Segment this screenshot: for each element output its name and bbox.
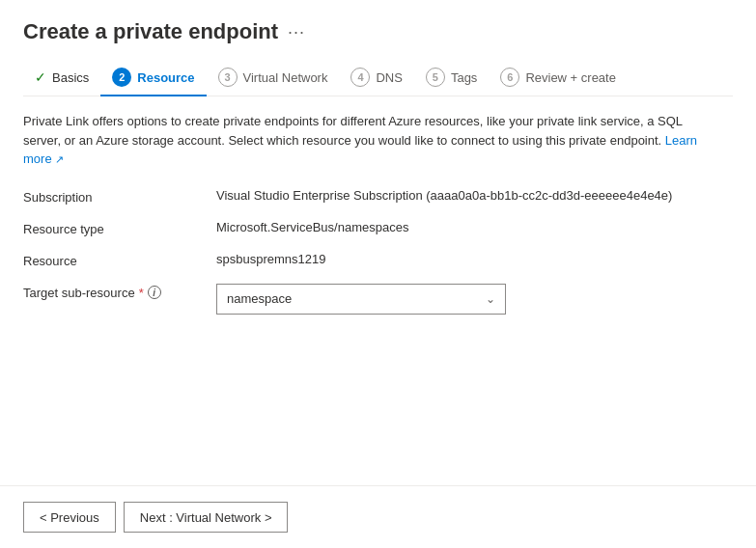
resource-type-label: Resource type <box>23 220 216 236</box>
next-button[interactable]: Next : Virtual Network > <box>124 502 289 533</box>
page-header: Create a private endpoint ··· <box>23 19 733 44</box>
resource-type-row: Resource type Microsoft.ServiceBus/names… <box>23 212 733 244</box>
tab-resource-label: Resource <box>137 70 194 85</box>
tab-virtual-network-step: 3 <box>218 68 238 87</box>
main-content: Private Link offers options to create pr… <box>23 112 733 548</box>
check-icon: ✓ <box>35 69 46 85</box>
tab-tags-label: Tags <box>451 70 477 85</box>
resource-label: Resource <box>23 252 216 268</box>
page-title: Create a private endpoint <box>23 19 278 44</box>
tab-basics[interactable]: ✓ Basics <box>23 62 100 95</box>
target-sub-resource-dropdown[interactable]: namespace ⌄ <box>216 284 506 315</box>
page-container: Create a private endpoint ··· ✓ Basics 2… <box>0 0 756 548</box>
resource-value: spsbuspremns1219 <box>216 252 733 266</box>
required-indicator: * <box>139 286 144 300</box>
previous-button[interactable]: < Previous <box>23 502 116 533</box>
description-text: Private Link offers options to create pr… <box>23 112 718 169</box>
target-sub-resource-dropdown-wrapper: namespace ⌄ <box>216 284 733 315</box>
tab-dns[interactable]: 4 DNS <box>339 60 413 96</box>
wizard-tabs: ✓ Basics 2 Resource 3 Virtual Network 4 … <box>23 60 733 96</box>
tab-basics-label: Basics <box>52 70 89 85</box>
tab-virtual-network-label: Virtual Network <box>243 70 328 85</box>
tab-tags[interactable]: 5 Tags <box>414 60 489 96</box>
subscription-row: Subscription Visual Studio Enterprise Su… <box>23 180 733 212</box>
info-icon[interactable]: i <box>148 286 161 299</box>
tab-dns-label: DNS <box>376 70 402 85</box>
footer: < Previous Next : Virtual Network > <box>0 485 756 548</box>
resource-row: Resource spsbuspremns1219 <box>23 244 733 276</box>
tab-resource[interactable]: 2 Resource <box>100 60 206 96</box>
tab-tags-step: 5 <box>426 68 445 87</box>
tab-review[interactable]: 6 Review + create <box>489 60 628 96</box>
chevron-down-icon: ⌄ <box>486 292 495 306</box>
subscription-label: Subscription <box>23 188 216 205</box>
more-options-icon[interactable]: ··· <box>288 22 305 42</box>
resource-type-value: Microsoft.ServiceBus/namespaces <box>216 220 733 234</box>
tab-review-label: Review + create <box>525 70 616 85</box>
tab-resource-step: 2 <box>112 68 131 87</box>
tab-review-step: 6 <box>500 68 519 87</box>
dropdown-selected-value: namespace <box>227 291 292 306</box>
target-sub-resource-row: Target sub-resource * i namespace ⌄ <box>23 276 733 322</box>
target-sub-resource-label: Target sub-resource * i <box>23 284 216 300</box>
subscription-value: Visual Studio Enterprise Subscription (a… <box>216 188 733 203</box>
tab-virtual-network[interactable]: 3 Virtual Network <box>207 60 340 96</box>
tab-dns-step: 4 <box>350 68 370 87</box>
